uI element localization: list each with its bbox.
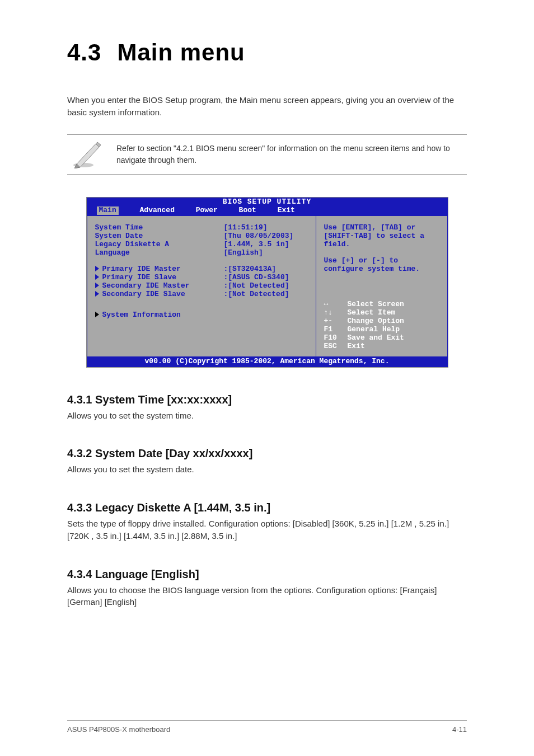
triangle-icon [95,266,99,271]
legacy-diskette-value[interactable]: [1.44M, 3.5 in] [224,241,310,249]
system-time-label: System Time [95,224,224,232]
submenu-primary-ide-master[interactable]: Primary IDE Master :[ST320413A] [95,265,310,274]
field-language[interactable]: Language [English] [95,249,310,257]
bios-main-panel: System Time [11:51:19] System Date [Thu … [87,216,316,356]
triangle-icon [95,312,99,317]
legacy-diskette-label: Legacy Diskette A [95,241,224,249]
help-text-1: Use [ENTER], [TAB] or [SHIFT-TAB] to sel… [324,224,442,249]
bios-title: BIOS SETUP UTILITY [87,198,448,207]
system-date-value[interactable]: [Thu 08/05/2003] [224,232,310,241]
field-legacy-diskette[interactable]: Legacy Diskette A [1.44M, 3.5 in] [95,241,310,249]
bios-tab-advanced[interactable]: Advanced [140,206,175,215]
page-footer: ASUS P4P800S-X motherboard 4-11 [67,720,467,734]
note-block: Refer to section "4.2.1 BIOS menu screen… [67,134,467,175]
bios-tab-main[interactable]: Main [97,206,119,215]
submenu-primary-ide-slave[interactable]: Primary IDE Slave :[ASUS CD-S340] [95,274,310,282]
triangle-icon [95,283,99,288]
submenu-secondary-ide-master[interactable]: Secondary IDE Master :[Not Detected] [95,282,310,290]
triangle-icon [95,291,99,297]
submenu-system-information[interactable]: System Information [95,311,310,320]
bios-tab-boot[interactable]: Boot [239,206,256,215]
intro-paragraph: When you enter the BIOS Setup program, t… [67,94,467,119]
page-heading: 4.3Main menu [67,39,467,66]
bios-help-panel: Use [ENTER], [TAB] or [SHIFT-TAB] to sel… [316,216,448,356]
section-431-heading: 4.3.1 System Time [xx:xx:xxxx] [67,393,467,406]
bios-copyright: v00.00 (C)Copyright 1985-2002, American … [87,357,448,367]
help-text-2: Use [+] or [-] to configure system time. [324,257,442,274]
section-433-body: Sets the type of floppy drive installed.… [67,518,467,542]
field-system-time[interactable]: System Time [11:51:19] [95,224,310,232]
section-432-heading: 4.3.2 System Date [Day xx/xx/xxxx] [67,447,467,460]
field-system-date[interactable]: System Date [Thu 08/05/2003] [95,232,310,241]
heading-number: 4.3 [67,39,101,65]
submenu-secondary-ide-slave[interactable]: Secondary IDE Slave :[Not Detected] [95,290,310,299]
section-433-heading: 4.3.3 Legacy Diskette A [1.44M, 3.5 in.] [67,501,467,514]
system-date-label: System Date [95,232,224,241]
note-text: Refer to section "4.2.1 BIOS menu screen… [106,140,467,168]
section-432-body: Allows you to set the system date. [67,463,467,476]
footer-right: 4-11 [452,725,467,734]
section-431-body: Allows you to set the system time. [67,410,467,422]
footer-left: ASUS P4P800S-X motherboard [67,725,170,734]
bios-tab-power[interactable]: Power [196,206,218,215]
section-434-heading: 4.3.4 Language [English] [67,568,467,581]
bios-screen: BIOS SETUP UTILITY Main Advanced Power B… [86,197,448,368]
heading-title: Main menu [117,39,245,65]
key-legend: ↔Select Screen ↑↓Select Item +-Change Op… [324,300,442,351]
language-value[interactable]: [English] [224,249,310,257]
system-time-value[interactable]: [11:51:19] [224,224,310,232]
language-label: Language [95,249,224,257]
pen-note-icon [67,140,106,168]
section-434-body: Allows you to choose the BIOS language v… [67,584,467,609]
bios-tab-exit[interactable]: Exit [278,206,295,215]
triangle-icon [95,274,99,280]
bios-menu-bar[interactable]: Main Advanced Power Boot Exit [87,206,448,216]
